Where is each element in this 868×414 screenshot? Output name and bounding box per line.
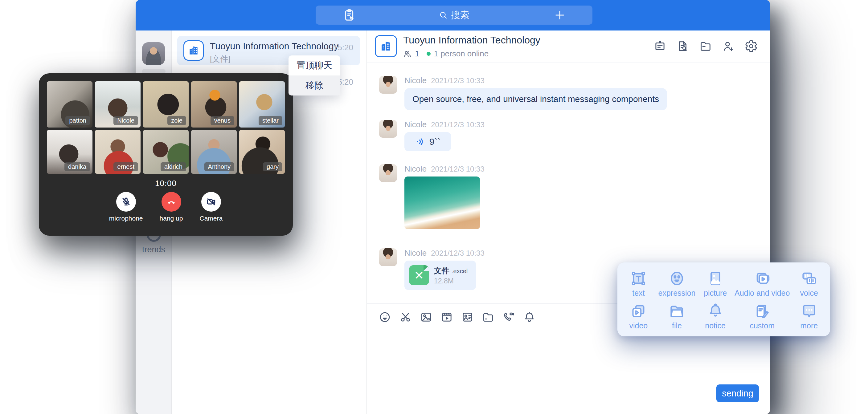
panel-item-text[interactable]: text	[619, 267, 658, 300]
chat-panel: Tuoyun Information Technology 1 1 person…	[367, 31, 770, 414]
conversation-last-message: [文件]	[210, 54, 230, 64]
message-text: Nicole 2021/12/3 10:33 Open source, free…	[379, 76, 667, 110]
avatar[interactable]	[379, 164, 397, 182]
notice-icon	[707, 302, 724, 320]
notice-board-icon[interactable]	[653, 40, 666, 53]
participant-name: patton	[65, 116, 90, 125]
message-time: 2021/12/3 10:33	[431, 121, 485, 129]
sender-name: Nicole	[404, 164, 427, 174]
trends-label: trends	[135, 245, 172, 254]
avatar[interactable]	[379, 76, 397, 94]
participant-tile: Anthony	[191, 130, 237, 174]
picture-icon	[707, 270, 724, 287]
participant-name: zoie	[167, 116, 186, 125]
video-call-window: patton Nicole zoie venus stellar danika …	[39, 73, 293, 236]
panel-item-file[interactable]: file	[658, 300, 696, 333]
microphone-toggle[interactable]: microphone	[109, 192, 143, 222]
panel-item-expression[interactable]: expression	[658, 267, 696, 300]
panel-item-picture[interactable]: picture	[696, 267, 735, 300]
hang-up-icon	[166, 196, 177, 207]
message-time: 2021/12/3 10:33	[431, 249, 485, 257]
text-icon	[630, 270, 647, 287]
search-label: 搜索	[451, 9, 469, 22]
chat-record-search-icon[interactable]	[676, 40, 689, 53]
participant-name: gary	[263, 162, 282, 171]
settings-icon[interactable]	[745, 40, 758, 53]
sender-name: Nicole	[404, 76, 427, 85]
participant-name: danika	[64, 162, 90, 171]
participant-tile: ernest	[95, 130, 141, 174]
search-bar[interactable]: 搜索	[316, 5, 592, 25]
send-video-icon[interactable]	[440, 311, 453, 323]
panel-item-video[interactable]: video	[619, 300, 658, 333]
call-timer: 10:00	[39, 179, 293, 188]
file-name: 文件	[434, 266, 450, 275]
panel-item-custom[interactable]: custom	[735, 300, 790, 333]
chat-meta: 1 1 person online	[403, 49, 489, 59]
send-button[interactable]: sending	[716, 384, 759, 402]
panel-item-voice[interactable]: voice	[790, 267, 828, 300]
message-time: 2021/12/3 10:33	[431, 76, 485, 85]
chat-header: Tuoyun Information Technology 1 1 person…	[367, 31, 770, 63]
video-call-icon[interactable]	[502, 311, 515, 323]
contact-card-icon[interactable]	[461, 311, 474, 323]
chat-actions	[653, 40, 758, 53]
topbar-toolbar: 搜索	[316, 5, 592, 25]
more-icon	[801, 302, 818, 320]
members-icon	[403, 50, 412, 58]
sender-name: Nicole	[404, 248, 427, 258]
menu-item-pin-chat[interactable]: 置顶聊天	[288, 56, 340, 75]
online-dot	[427, 52, 431, 56]
avatar[interactable]	[379, 248, 397, 266]
panel-item-audio-video[interactable]: Audio and video	[735, 267, 790, 300]
message-voice: Nicole 2021/12/3 10:33 9``	[379, 120, 485, 151]
add-icon[interactable]	[554, 9, 566, 21]
voice-duration: 9``	[429, 136, 441, 147]
panel-item-more[interactable]: more	[790, 300, 828, 333]
participant-tile: stellar	[239, 81, 285, 128]
message-bubble[interactable]: Open source, free, and universal instant…	[404, 88, 667, 110]
emoji-icon[interactable]	[378, 311, 391, 323]
participant-name: ernest	[114, 162, 138, 171]
participant-name: stellar	[258, 116, 282, 125]
camera-toggle[interactable]: Camera	[199, 192, 222, 222]
file-size: 12.8M	[434, 277, 454, 285]
call-controls: microphone hang up Camera	[39, 192, 293, 222]
mic-muted-icon	[121, 196, 131, 207]
camera-muted-icon	[206, 196, 216, 207]
participant-name: aldrich	[161, 162, 186, 171]
message-time: 2021/12/3 10:33	[431, 165, 485, 173]
sender-name: Nicole	[404, 120, 427, 129]
notification-bell-icon[interactable]	[523, 311, 536, 323]
online-text: 1 person online	[434, 49, 489, 59]
video-icon	[630, 302, 647, 320]
send-file-icon[interactable]	[482, 311, 494, 323]
voice-message-bubble[interactable]: 9``	[404, 132, 451, 151]
conversation-time: 15:20	[333, 43, 353, 52]
participant-tile: patton	[47, 81, 92, 128]
group-files-icon[interactable]	[699, 40, 712, 53]
search-icon	[439, 10, 448, 20]
group-avatar	[375, 35, 397, 57]
file-message-card[interactable]: ✕ 文件 .excel 12.8M	[404, 261, 476, 290]
participant-tile: zoie	[143, 81, 189, 128]
chat-title: Tuoyun Information Technology	[403, 34, 540, 46]
image-message-beach[interactable]	[404, 177, 480, 229]
microphone-label: microphone	[109, 215, 143, 222]
voice-wave-icon	[415, 136, 426, 147]
file-ext: .excel	[452, 268, 468, 275]
my-avatar[interactable]	[142, 42, 165, 65]
message-file: Nicole 2021/12/3 10:33 ✕ 文件 .excel 12.8M	[379, 248, 485, 290]
participant-name: Nicole	[114, 116, 138, 125]
hang-up-button[interactable]: hang up	[160, 192, 183, 222]
conversation-title: Tuoyun Information Technology	[210, 41, 338, 52]
attachment-panel: text expression picture Audio and video …	[617, 262, 830, 337]
add-member-icon[interactable]	[722, 40, 735, 53]
screenshot-scissors-icon[interactable]	[399, 311, 412, 323]
send-image-icon[interactable]	[420, 311, 432, 323]
avatar[interactable]	[379, 120, 397, 138]
excel-file-icon: ✕	[409, 265, 429, 285]
menu-item-remove[interactable]: 移除	[288, 75, 340, 95]
member-count: 1	[415, 49, 419, 59]
panel-item-notice[interactable]: notice	[696, 300, 735, 333]
